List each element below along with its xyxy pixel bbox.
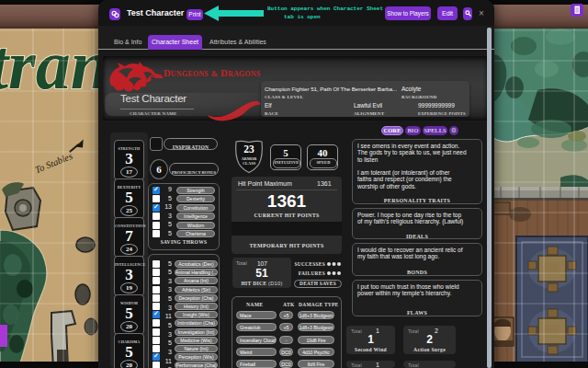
- svg-text:23: 23: [243, 144, 254, 155]
- svg-text:CLASS: CLASS: [243, 161, 256, 166]
